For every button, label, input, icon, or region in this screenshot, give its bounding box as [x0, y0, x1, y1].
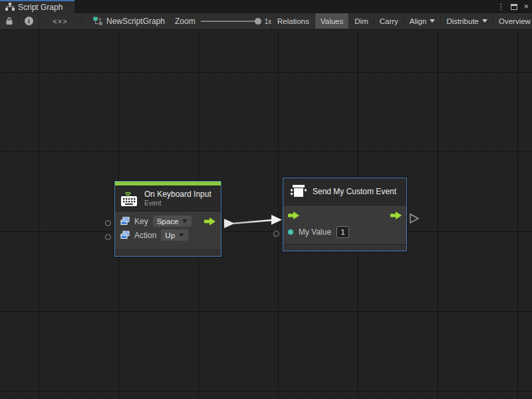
- graph-breadcrumb[interactable]: NewScriptGraph: [93, 13, 165, 29]
- distribute-dropdown[interactable]: Distribute: [440, 13, 493, 29]
- node-footer: [115, 249, 221, 256]
- window-controls: ⋮ ×: [497, 0, 529, 13]
- port-row-key: Key Space: [120, 214, 215, 228]
- dim-toggle[interactable]: Dim: [348, 13, 373, 29]
- info-button[interactable]: i: [19, 13, 39, 29]
- enum-type-icon: [120, 231, 130, 239]
- trigger-in-arrow-icon[interactable]: [288, 211, 299, 219]
- value-port-label: My Value: [299, 227, 331, 237]
- port-label: Key: [134, 217, 148, 226]
- node-send-my-custom-event[interactable]: Send My Custom Event My Value 1: [283, 178, 407, 251]
- connection-wire: [233, 220, 272, 223]
- port-row-action: Action Up: [120, 228, 215, 242]
- node-title: On Keyboard Input: [144, 190, 211, 199]
- carry-toggle[interactable]: Carry: [374, 13, 404, 29]
- keyboard-icon: [120, 190, 139, 207]
- zoom-value: 1x: [265, 18, 272, 25]
- trigger-out-arrow-icon[interactable]: [204, 217, 215, 225]
- lock-icon: [5, 17, 13, 25]
- value-port-dot-icon[interactable]: [288, 229, 293, 235]
- chevron-down-icon: [179, 233, 184, 237]
- window-menu-icon[interactable]: ⋮: [497, 2, 505, 11]
- trigger-out-connected-port: [224, 219, 235, 228]
- lock-button[interactable]: [0, 13, 19, 29]
- zoom-control: Zoom 1x: [175, 13, 271, 29]
- wire-layer: [0, 30, 532, 399]
- action-dropdown[interactable]: Up: [161, 229, 188, 241]
- close-icon[interactable]: ×: [523, 3, 529, 10]
- script-graph-window: Script Graph ⋮ × i <×>: [0, 0, 532, 399]
- graph-toolbar: i <×> NewScriptGraph Zoom 1x Relations V…: [0, 13, 532, 30]
- value-row: My Value 1: [288, 223, 402, 241]
- trigger-row: [288, 207, 402, 223]
- info-icon: i: [25, 17, 33, 25]
- chevron-down-icon: [430, 19, 435, 23]
- node-on-keyboard-input[interactable]: On Keyboard Input Event Key Space: [114, 181, 221, 257]
- node-footer: [283, 244, 406, 251]
- node-body: My Value 1: [283, 205, 406, 244]
- graph-asset-icon: [93, 17, 102, 26]
- key-dropdown[interactable]: Space: [153, 215, 192, 227]
- custom-event-icon: [290, 184, 307, 200]
- node-header[interactable]: On Keyboard Input Event: [115, 186, 221, 211]
- hierarchy-icon: [5, 3, 15, 13]
- graph-name: NewScriptGraph: [106, 17, 165, 26]
- node-title: Send My Custom Event: [313, 187, 396, 196]
- chevron-down-icon: [482, 19, 487, 23]
- chevron-down-icon: [182, 219, 188, 223]
- toolbar-left-group: i <×>: [0, 13, 82, 29]
- tab-title: Script Graph: [18, 3, 63, 12]
- tab-script-graph[interactable]: Script Graph: [0, 0, 74, 13]
- trigger-in-connected-port: [271, 215, 282, 225]
- trigger-out-empty-port: [410, 214, 418, 223]
- tab-bar: Script Graph ⋮ ×: [0, 0, 532, 13]
- action-value-port[interactable]: [105, 234, 111, 240]
- edit-code-button[interactable]: <×>: [39, 13, 82, 29]
- zoom-label: Zoom: [175, 17, 196, 26]
- trigger-out-arrow-icon[interactable]: [390, 211, 402, 219]
- align-dropdown[interactable]: Align: [404, 13, 441, 29]
- port-label: Action: [134, 231, 156, 240]
- code-icon: <×>: [53, 17, 67, 25]
- node-header[interactable]: Send My Custom Event: [283, 178, 406, 205]
- graph-canvas[interactable]: On Keyboard Input Event Key Space: [0, 30, 532, 399]
- zoom-slider-handle[interactable]: [255, 18, 261, 25]
- my-value-input[interactable]: 1: [336, 226, 349, 238]
- toolbar-toggle-group: Relations Values Dim Carry Align Distrib…: [271, 13, 532, 29]
- node-body: Key Space: [115, 211, 221, 249]
- relations-toggle[interactable]: Relations: [271, 13, 315, 29]
- values-toggle[interactable]: Values: [315, 13, 348, 29]
- node-subtitle: Event: [144, 200, 211, 207]
- zoom-slider[interactable]: [201, 21, 259, 22]
- my-value-port[interactable]: [273, 231, 279, 237]
- enum-type-icon: [120, 217, 130, 225]
- overview-button[interactable]: Overview: [493, 13, 532, 29]
- key-value-port[interactable]: [105, 220, 111, 226]
- maximize-icon[interactable]: [511, 4, 517, 10]
- event-accent-bar: [115, 182, 221, 186]
